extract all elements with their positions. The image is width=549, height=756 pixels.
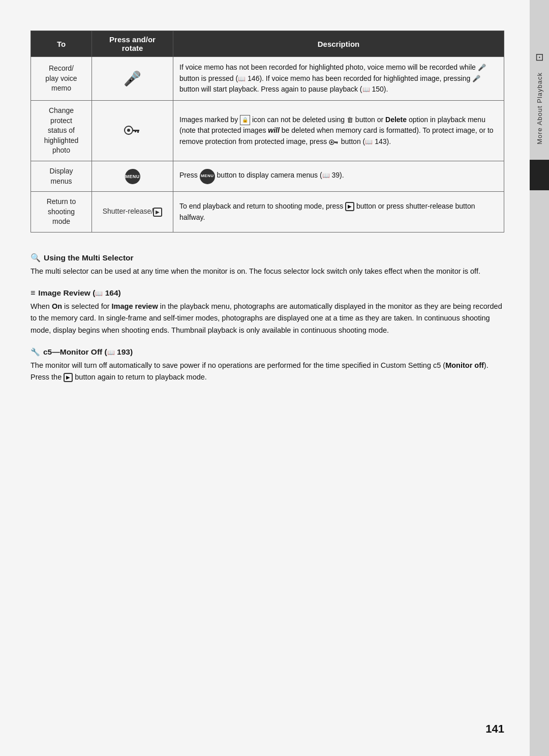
- desc-cell-protect: Images marked by 🔒 icon can not be delet…: [173, 101, 504, 161]
- to-cell-voice: Record/play voicememo: [31, 57, 92, 101]
- press-cell-return: Shutter-release/▶: [92, 192, 173, 232]
- to-cell-return: Return toshootingmode: [31, 192, 92, 232]
- press-cell-protect: [92, 101, 173, 161]
- mic-inline-icon: 🎤: [478, 64, 486, 71]
- delete-text: Delete: [385, 115, 407, 124]
- svg-rect-9: [335, 142, 336, 143]
- image-review-icon: ≡: [30, 288, 35, 298]
- protect-inline-icon: 🔒: [240, 115, 250, 125]
- section-text-monitor: The monitor will turn off automatically …: [30, 360, 504, 383]
- section-heading-review: ≡ Image Review (📖 164): [30, 288, 504, 298]
- monitor-off-icon: 🔧: [30, 347, 40, 357]
- ref-150: 📖: [362, 86, 370, 93]
- page-number: 141: [485, 722, 504, 736]
- mic-inline-icon2: 🎤: [472, 75, 480, 82]
- key-icon: [124, 125, 142, 136]
- main-content: To Press and/or rotate Description Recor…: [0, 0, 530, 756]
- menu-button-icon: MENU: [125, 169, 140, 184]
- desc-cell-voice: If voice memo has not been recorded for …: [173, 57, 504, 101]
- side-tab-label: More About Playback: [536, 72, 543, 144]
- section-text-multi: The multi selector can be used at any ti…: [30, 266, 504, 277]
- play-monitor-icon: ▶: [64, 373, 73, 382]
- svg-point-1: [127, 129, 130, 132]
- mic-icon: 🎤: [124, 71, 141, 86]
- menu-inline-icon: MENU: [200, 169, 215, 184]
- table-row: Record/play voicememo 🎤 If voice memo ha…: [31, 57, 504, 101]
- desc-cell-return: To end playback and return to shooting m…: [173, 192, 504, 232]
- section-title-multi: Using the Multi Selector: [44, 253, 134, 263]
- section-heading-multi: 🔍 Using the Multi Selector: [30, 253, 504, 263]
- table-row: Changeprotectstatus ofhighlightedphoto: [31, 101, 504, 161]
- section-monitor-off: 🔧 c5—Monitor Off (📖 193) The monitor wil…: [30, 347, 504, 383]
- will-text: will: [268, 126, 280, 134]
- svg-point-6: [331, 141, 333, 143]
- col-header-description: Description: [173, 31, 504, 57]
- key-inline-icon: [329, 138, 341, 146]
- section-heading-monitor: 🔧 c5—Monitor Off (📖 193): [30, 347, 504, 357]
- section-image-review: ≡ Image Review (📖 164) When On is select…: [30, 288, 504, 336]
- table-row: Return toshootingmode Shutter-release/▶ …: [31, 192, 504, 232]
- shutter-icon: Shutter-release/▶: [103, 207, 163, 215]
- side-tab-icon: ⊡: [535, 51, 544, 63]
- svg-rect-8: [337, 142, 338, 144]
- section-text-review: When On is selected for Image review in …: [30, 301, 504, 336]
- to-cell-menu: Displaymenus: [31, 161, 92, 192]
- ref-146: 📖: [238, 75, 246, 82]
- play-inline-icon: ▶: [345, 202, 354, 211]
- main-table: To Press and/or rotate Description Recor…: [30, 31, 504, 232]
- svg-rect-4: [135, 130, 136, 132]
- section-title-monitor: c5—Monitor Off (📖 193): [43, 347, 133, 357]
- press-cell-voice: 🎤: [92, 57, 173, 101]
- delete-inline-icon: 🗑: [347, 116, 353, 124]
- col-header-press: Press and/or rotate: [92, 31, 173, 57]
- side-black-bar: [530, 160, 549, 190]
- ref-143: 📖: [365, 138, 373, 146]
- to-cell-protect: Changeprotectstatus ofhighlightedphoto: [31, 101, 92, 161]
- col-header-to: To: [31, 31, 92, 57]
- svg-rect-3: [137, 130, 139, 133]
- side-tab: ⊡ More About Playback: [530, 0, 549, 756]
- ref-39: 📖: [322, 171, 330, 179]
- section-title-review: Image Review (📖 164): [38, 288, 120, 298]
- desc-cell-menu: Press MENU button to display camera menu…: [173, 161, 504, 192]
- table-row: Displaymenus MENU Press MENU button to d…: [31, 161, 504, 192]
- multi-selector-icon: 🔍: [30, 253, 41, 263]
- page-container: To Press and/or rotate Description Recor…: [0, 0, 549, 756]
- press-cell-menu: MENU: [92, 161, 173, 192]
- section-multi-selector: 🔍 Using the Multi Selector The multi sel…: [30, 253, 504, 277]
